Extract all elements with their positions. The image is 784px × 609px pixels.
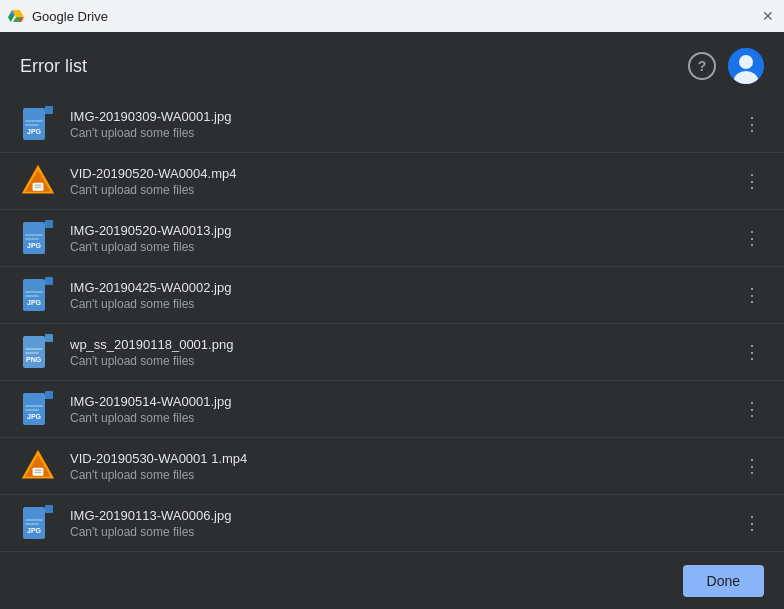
svg-rect-19 (25, 238, 39, 240)
jpg-file-icon: JPG (23, 277, 53, 313)
svg-rect-12 (34, 185, 41, 186)
file-error: Can't upload some files (70, 126, 740, 140)
file-icon: JPG (20, 220, 56, 256)
list-item: JPG IMG-20190309-WA0001.jpg Can't upload… (0, 96, 784, 153)
file-info: VID-20190520-WA0004.mp4 Can't upload som… (70, 166, 740, 197)
file-error: Can't upload some files (70, 354, 740, 368)
more-options-button[interactable]: ⋮ (740, 340, 764, 364)
file-error: Can't upload some files (70, 525, 740, 539)
list-item: JPG IMG-20190315-WA0017.jpg Can't upload… (0, 552, 784, 553)
file-info: VID-20190530-WA0001 1.mp4 Can't upload s… (70, 451, 740, 482)
vlc-file-icon (20, 163, 56, 199)
file-info: IMG-20190425-WA0002.jpg Can't upload som… (70, 280, 740, 311)
page-title: Error list (20, 56, 87, 77)
svg-rect-31 (25, 352, 39, 354)
svg-rect-41 (34, 470, 41, 471)
svg-rect-45 (45, 505, 53, 513)
header-icons: ? (688, 48, 764, 84)
svg-text:JPG: JPG (27, 242, 42, 249)
file-name: IMG-20190425-WA0002.jpg (70, 280, 740, 295)
help-button[interactable]: ? (688, 52, 716, 80)
jpg-file-icon: JPG (23, 220, 53, 256)
list-item: JPG IMG-20190425-WA0002.jpg Can't upload… (0, 267, 784, 324)
error-list: JPG IMG-20190309-WA0001.jpg Can't upload… (0, 96, 784, 553)
svg-rect-24 (25, 291, 43, 293)
file-info: IMG-20190309-WA0001.jpg Can't upload som… (70, 109, 740, 140)
header: Error list ? (0, 32, 784, 96)
svg-rect-48 (25, 523, 39, 525)
file-icon: PNG (20, 334, 56, 370)
svg-rect-47 (25, 519, 43, 521)
svg-text:JPG: JPG (27, 413, 42, 420)
more-options-button[interactable]: ⋮ (740, 283, 764, 307)
avatar-image (728, 48, 764, 84)
file-icon: JPG (20, 106, 56, 142)
svg-rect-42 (34, 472, 41, 473)
more-options-button[interactable]: ⋮ (740, 397, 764, 421)
vlc-file-icon (20, 448, 56, 484)
svg-rect-34 (45, 391, 53, 399)
svg-rect-37 (25, 409, 39, 411)
jpg-file-icon: JPG (23, 391, 53, 427)
file-name: VID-20190530-WA0001 1.mp4 (70, 451, 740, 466)
svg-rect-13 (34, 187, 41, 188)
main-content: Error list ? JPG IMG-20190309-WA0001.jpg… (0, 32, 784, 609)
list-item: VID-20190530-WA0001 1.mp4 Can't upload s… (0, 438, 784, 495)
file-name: IMG-20190309-WA0001.jpg (70, 109, 740, 124)
done-button[interactable]: Done (683, 565, 764, 597)
google-drive-logo (8, 8, 24, 24)
title-bar: Google Drive ✕ (0, 0, 784, 32)
more-options-button[interactable]: ⋮ (740, 454, 764, 478)
file-info: IMG-20190514-WA0001.jpg Can't upload som… (70, 394, 740, 425)
svg-rect-5 (45, 106, 53, 114)
file-icon: JPG (20, 391, 56, 427)
file-error: Can't upload some files (70, 240, 740, 254)
file-icon: JPG (20, 505, 56, 541)
jpg-file-icon: JPG (23, 505, 53, 541)
more-options-button[interactable]: ⋮ (740, 226, 764, 250)
file-name: IMG-20190520-WA0013.jpg (70, 223, 740, 238)
footer: Done (0, 553, 784, 609)
svg-rect-36 (25, 405, 43, 407)
list-item: JPG IMG-20190520-WA0013.jpg Can't upload… (0, 210, 784, 267)
file-icon (20, 448, 56, 484)
window-title: Google Drive (32, 9, 776, 24)
list-item: PNG wp_ss_20190118_0001.png Can't upload… (0, 324, 784, 381)
file-error: Can't upload some files (70, 183, 740, 197)
jpg-file-icon: JPG (23, 106, 53, 142)
file-name: IMG-20190514-WA0001.jpg (70, 394, 740, 409)
file-name: VID-20190520-WA0004.mp4 (70, 166, 740, 181)
svg-rect-8 (25, 124, 39, 126)
list-item: JPG IMG-20190113-WA0006.jpg Can't upload… (0, 495, 784, 552)
more-options-button[interactable]: ⋮ (740, 112, 764, 136)
file-info: IMG-20190113-WA0006.jpg Can't upload som… (70, 508, 740, 539)
svg-text:JPG: JPG (27, 527, 42, 534)
file-icon: JPG (20, 277, 56, 313)
png-file-icon: PNG (23, 334, 53, 370)
close-button[interactable]: ✕ (762, 9, 774, 23)
svg-text:PNG: PNG (26, 356, 42, 363)
more-options-button[interactable]: ⋮ (740, 511, 764, 535)
svg-rect-30 (25, 348, 43, 350)
file-icon (20, 163, 56, 199)
svg-rect-28 (45, 334, 53, 342)
more-options-button[interactable]: ⋮ (740, 169, 764, 193)
file-error: Can't upload some files (70, 297, 740, 311)
avatar[interactable] (728, 48, 764, 84)
file-info: wp_ss_20190118_0001.png Can't upload som… (70, 337, 740, 368)
svg-rect-22 (45, 277, 53, 285)
list-item: VID-20190520-WA0004.mp4 Can't upload som… (0, 153, 784, 210)
svg-point-1 (739, 55, 753, 69)
file-name: wp_ss_20190118_0001.png (70, 337, 740, 352)
svg-rect-18 (25, 234, 43, 236)
svg-rect-7 (25, 120, 43, 122)
svg-text:JPG: JPG (27, 299, 42, 306)
svg-text:JPG: JPG (27, 128, 42, 135)
file-error: Can't upload some files (70, 468, 740, 482)
list-item: JPG IMG-20190514-WA0001.jpg Can't upload… (0, 381, 784, 438)
svg-rect-16 (45, 220, 53, 228)
file-info: IMG-20190520-WA0013.jpg Can't upload som… (70, 223, 740, 254)
file-error: Can't upload some files (70, 411, 740, 425)
file-name: IMG-20190113-WA0006.jpg (70, 508, 740, 523)
svg-rect-25 (25, 295, 39, 297)
